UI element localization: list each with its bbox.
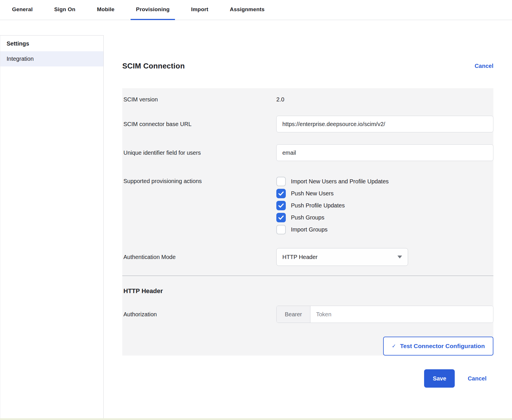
checkbox-label: Push Profile Updates xyxy=(291,202,345,209)
bottom-edge-strip xyxy=(0,418,512,420)
unique-id-label: Unique identifier field for users xyxy=(122,150,276,156)
tab-sign-on[interactable]: Sign On xyxy=(49,0,81,20)
checkbox-box[interactable] xyxy=(276,213,286,222)
page-body: Settings Integration SCIM Connection Can… xyxy=(0,20,512,418)
base-url-row: SCIM connector base URL xyxy=(122,116,493,132)
provisioning-actions-row: Supported provisioning actions Import Ne… xyxy=(122,177,493,234)
provisioning-actions-list: Import New Users and Profile Updates Pus… xyxy=(276,177,493,234)
token-input[interactable] xyxy=(310,306,493,323)
checkbox-push-groups[interactable]: Push Groups xyxy=(276,213,493,222)
checkbox-box[interactable] xyxy=(276,201,286,210)
page-title: SCIM Connection xyxy=(122,62,185,70)
check-icon xyxy=(278,203,284,208)
base-url-input[interactable] xyxy=(276,116,493,132)
checkbox-label: Push New Users xyxy=(291,190,334,197)
test-button-row: ✓ Test Connector Configuration xyxy=(122,337,493,356)
tab-import[interactable]: Import xyxy=(186,0,214,20)
app-tab-bar: General Sign On Mobile Provisioning Impo… xyxy=(0,0,512,20)
auth-mode-row: Authentication Mode HTTP Header xyxy=(122,248,493,266)
tab-mobile[interactable]: Mobile xyxy=(91,0,120,20)
checkbox-box[interactable] xyxy=(276,225,286,234)
tab-provisioning[interactable]: Provisioning xyxy=(131,0,175,20)
sidebar-header: Settings xyxy=(0,36,103,51)
checkbox-import-new-users[interactable]: Import New Users and Profile Updates xyxy=(276,177,493,186)
cancel-link-bottom[interactable]: Cancel xyxy=(468,375,487,382)
test-connector-button[interactable]: ✓ Test Connector Configuration xyxy=(383,337,493,356)
checkbox-push-new-users[interactable]: Push New Users xyxy=(276,189,493,198)
scim-version-label: SCIM version xyxy=(122,96,276,103)
check-icon xyxy=(278,215,284,220)
scim-form-panel: SCIM version 2.0 SCIM connector base URL… xyxy=(122,88,493,356)
main-content: SCIM Connection Cancel SCIM version 2.0 … xyxy=(104,20,512,418)
authorization-row: Authorization Bearer xyxy=(122,306,493,323)
cancel-link-top[interactable]: Cancel xyxy=(474,63,493,69)
checkbox-label: Import Groups xyxy=(291,226,328,233)
tab-assignments[interactable]: Assignments xyxy=(225,0,270,20)
checkbox-box[interactable] xyxy=(276,177,286,186)
check-icon xyxy=(278,191,284,196)
checkbox-push-profile-updates[interactable]: Push Profile Updates xyxy=(276,201,493,210)
authorization-label: Authorization xyxy=(122,311,276,318)
save-button[interactable]: Save xyxy=(424,369,455,388)
authorization-input-group: Bearer xyxy=(276,306,493,323)
section-divider xyxy=(122,276,493,276)
checkbox-import-groups[interactable]: Import Groups xyxy=(276,225,493,234)
provisioning-actions-label: Supported provisioning actions xyxy=(122,177,276,185)
bearer-prefix: Bearer xyxy=(277,306,310,323)
scim-version-row: SCIM version 2.0 xyxy=(122,96,493,103)
footer-actions: Save Cancel xyxy=(122,369,493,388)
chevron-down-icon xyxy=(397,256,402,258)
tab-general[interactable]: General xyxy=(7,0,38,20)
checkbox-label: Push Groups xyxy=(291,214,324,221)
auth-mode-label: Authentication Mode xyxy=(122,254,276,260)
sidebar-item-integration[interactable]: Integration xyxy=(0,51,103,66)
test-connector-label: Test Connector Configuration xyxy=(400,343,485,350)
unique-id-input[interactable] xyxy=(276,144,493,161)
settings-sidebar: Settings Integration xyxy=(0,35,104,418)
http-header-section-title: HTTP Header xyxy=(122,287,493,295)
unique-id-row: Unique identifier field for users xyxy=(122,144,493,161)
checkbox-label: Import New Users and Profile Updates xyxy=(291,178,389,185)
auth-mode-selected-value: HTTP Header xyxy=(282,254,318,260)
scim-version-value: 2.0 xyxy=(276,96,284,103)
page-header: SCIM Connection Cancel xyxy=(122,62,493,70)
auth-mode-select[interactable]: HTTP Header xyxy=(276,248,408,266)
check-icon: ✓ xyxy=(392,343,396,349)
checkbox-box[interactable] xyxy=(276,189,286,198)
base-url-label: SCIM connector base URL xyxy=(122,121,276,127)
